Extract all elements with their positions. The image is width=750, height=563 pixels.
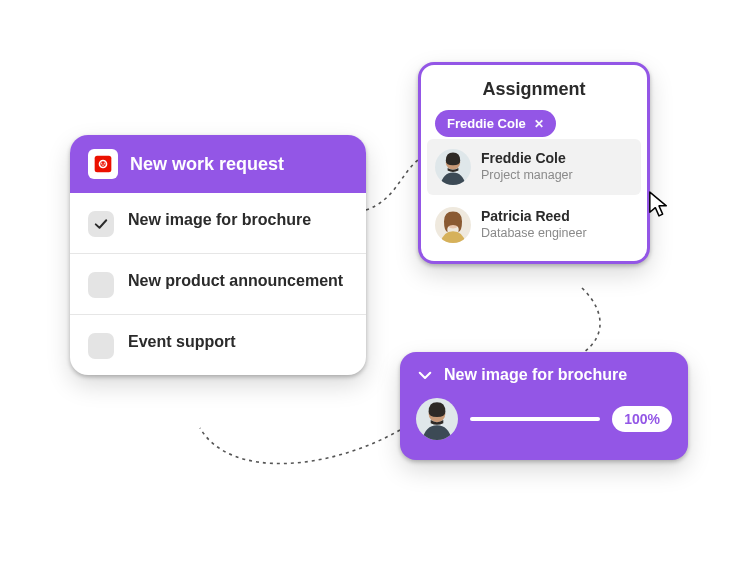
work-request-card: New work request New image for brochure …	[70, 135, 366, 375]
person-row[interactable]: Patricia Reed Database engineer	[421, 197, 647, 253]
work-item-label: New image for brochure	[128, 209, 311, 231]
progress-percent: 100%	[612, 406, 672, 432]
work-item-label: New product announcement	[128, 270, 343, 292]
work-item[interactable]: New product announcement	[70, 253, 366, 314]
assignment-title: Assignment	[421, 65, 647, 110]
progress-header[interactable]: New image for brochure	[416, 366, 672, 384]
work-item[interactable]: Event support	[70, 314, 366, 375]
person-name: Freddie Cole	[481, 151, 573, 166]
assignee-chip-label: Freddie Cole	[447, 116, 526, 131]
work-request-title: New work request	[130, 154, 284, 175]
person-role: Project manager	[481, 167, 573, 183]
progress-card: New image for brochure 100%	[400, 352, 688, 460]
close-icon[interactable]: ✕	[534, 117, 544, 131]
cursor-icon	[648, 190, 670, 218]
checkbox-unchecked[interactable]	[88, 272, 114, 298]
avatar	[435, 207, 471, 243]
work-item-label: Event support	[128, 331, 236, 353]
assignee-chip[interactable]: Freddie Cole ✕	[435, 110, 556, 137]
checkbox-unchecked[interactable]	[88, 333, 114, 359]
chevron-down-icon	[416, 366, 434, 384]
person-role: Database engineer	[481, 225, 587, 241]
assignment-card: Assignment Freddie Cole ✕ Freddie Cole P…	[418, 62, 650, 264]
svg-point-4	[104, 163, 105, 164]
work-item[interactable]: New image for brochure	[70, 193, 366, 253]
avatar	[416, 398, 458, 440]
work-request-header: New work request	[70, 135, 366, 193]
work-request-list: New image for brochure New product annou…	[70, 193, 366, 375]
person-row[interactable]: Freddie Cole Project manager	[427, 139, 641, 195]
lion-icon	[88, 149, 118, 179]
progress-title: New image for brochure	[444, 366, 627, 384]
avatar	[435, 149, 471, 185]
person-name: Patricia Reed	[481, 209, 587, 224]
checkbox-checked[interactable]	[88, 211, 114, 237]
progress-bar	[470, 417, 600, 421]
svg-point-3	[101, 163, 102, 164]
